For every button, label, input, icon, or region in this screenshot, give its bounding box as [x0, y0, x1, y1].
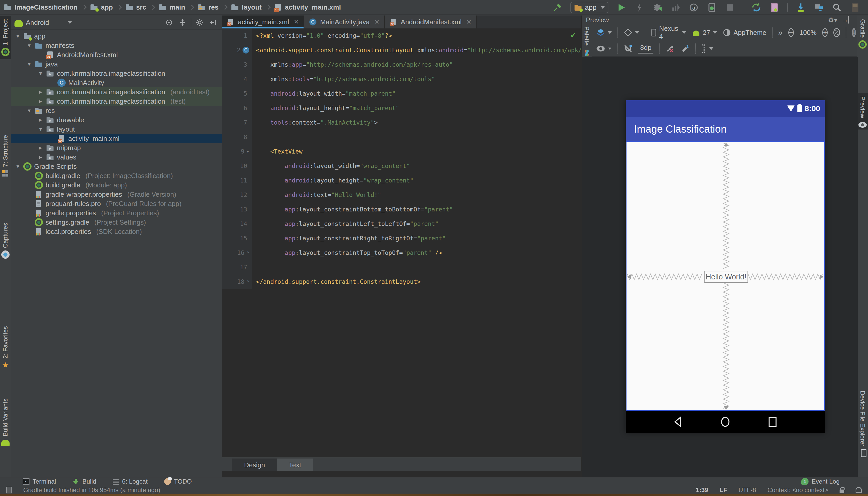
hide-panel-icon[interactable]: →▏ — [842, 16, 853, 24]
avd-manager-icon[interactable] — [769, 2, 780, 13]
stripe-tab-build-variants[interactable]: Build Variants — [0, 396, 11, 449]
tree-row[interactable]: gradle-wrapper.properties(Gradle Version… — [11, 190, 222, 199]
editor-gutter[interactable]: 16⌃ — [222, 246, 253, 260]
tree-row[interactable]: ▾com.knrmalhotra.imageclassification — [11, 69, 222, 78]
collapse-all-icon[interactable] — [177, 17, 188, 28]
zoom-out-button[interactable]: − — [788, 28, 794, 37]
stop-button[interactable] — [725, 2, 735, 13]
toolwindow-button-todo[interactable]: TODO — [164, 478, 192, 485]
editor-gutter[interactable]: 5 — [222, 86, 253, 101]
context-class-badge[interactable]: C — [243, 47, 249, 53]
hello-world-textview[interactable]: Hello World! — [704, 271, 748, 283]
project-view-selector[interactable]: Android — [26, 19, 49, 27]
sdk-manager-icon[interactable] — [796, 2, 806, 13]
editor-gutter[interactable]: 14 — [222, 217, 253, 231]
infer-constraints-icon[interactable] — [680, 44, 689, 53]
stripe-tab-preview[interactable]: Preview — [857, 93, 868, 129]
tree-row[interactable]: CMainActivity — [11, 78, 222, 87]
tree-row[interactable]: ▾res — [11, 106, 222, 115]
breadcrumb-item[interactable]: res — [198, 3, 218, 11]
editor-gutter[interactable]: 11 — [222, 173, 253, 188]
recents-icon[interactable] — [767, 416, 778, 428]
tree-expand-icon[interactable]: ▸ — [38, 98, 43, 105]
readonly-lock-icon[interactable] — [840, 490, 844, 493]
api-level-select[interactable]: 27 — [692, 29, 717, 37]
breadcrumb-item[interactable]: ImageClassification — [4, 3, 78, 11]
theme-select[interactable]: AppTheme — [723, 28, 766, 37]
line-separator[interactable]: LF — [719, 486, 727, 494]
tree-row[interactable]: ▸com.knrmalhotra.imageclassification(and… — [11, 87, 222, 97]
back-icon[interactable] — [672, 416, 684, 428]
breadcrumb-item[interactable]: src — [125, 3, 146, 11]
overflow-chevron[interactable]: » — [778, 28, 783, 37]
tree-row[interactable]: ▸drawable — [11, 115, 222, 125]
tree-expand-icon[interactable]: ▾ — [26, 42, 32, 49]
close-icon[interactable]: ✕ — [466, 18, 471, 26]
autoconnect-toggle-icon[interactable] — [624, 44, 633, 53]
editor-gutter[interactable]: 3 — [222, 57, 253, 72]
toolwindow-button-terminal[interactable]: >_Terminal — [23, 478, 56, 485]
build-hammer-icon[interactable] — [552, 2, 563, 13]
breadcrumb-item[interactable]: layout — [231, 3, 262, 11]
toolwindow-button-6-logcat[interactable]: 6: Logcat — [113, 478, 148, 485]
tree-row[interactable]: ▾Gradle Scripts — [11, 162, 222, 171]
caret-position[interactable]: 1:39 — [696, 486, 708, 494]
tree-row[interactable]: <>activity_main.xml — [11, 134, 222, 143]
device-select[interactable]: Nexus 4 — [651, 25, 686, 41]
phone-content-root[interactable]: Hello World! — [626, 141, 825, 411]
breadcrumb-item[interactable]: <>activity_main.xml — [274, 3, 341, 11]
editor-gutter[interactable]: 6 — [222, 101, 253, 115]
gear-icon[interactable]: ⚙▾ — [828, 16, 837, 24]
sync-project-icon[interactable] — [751, 2, 761, 13]
orientation-select[interactable] — [624, 28, 639, 37]
editor-gutter[interactable]: 13 — [222, 202, 253, 217]
tree-row[interactable]: local.properties(SDK Location) — [11, 227, 222, 236]
tree-expand-icon[interactable]: ▾ — [15, 163, 21, 170]
default-margin-select[interactable]: 8dp — [638, 44, 653, 53]
tree-row[interactable]: build.gradle(Module: app) — [11, 181, 222, 190]
attach-debugger-icon[interactable] — [707, 2, 717, 13]
design-surface[interactable]: 8:00 Image Classification Hello World! — [582, 57, 858, 477]
pack-align-select[interactable] — [701, 44, 713, 53]
close-icon[interactable]: ✕ — [375, 18, 380, 26]
apply-changes-icon[interactable] — [634, 2, 644, 13]
fold-marker-icon[interactable]: ⌃ — [246, 250, 249, 255]
context-indicator[interactable]: Context: <no context> — [767, 486, 828, 494]
tab-design[interactable]: Design — [232, 459, 277, 471]
tree-expand-icon[interactable]: ▸ — [38, 144, 43, 151]
tree-row[interactable]: proguard-rules.pro(ProGuard Rules for ap… — [11, 199, 222, 208]
android-profiler-icon[interactable]: a — [688, 2, 699, 13]
inspection-status-icon[interactable]: ✓ — [570, 31, 577, 40]
tree-row[interactable]: build.gradle(Project: ImageClassificatio… — [11, 171, 222, 181]
tree-expand-icon[interactable]: ▾ — [15, 33, 21, 40]
stripe-tab-captures[interactable]: Captures — [0, 220, 11, 262]
tree-row[interactable]: settings.gradle(Project Settings) — [11, 218, 222, 227]
editor-tab-AndroidManifest.xml[interactable]: <>AndroidManifest.xml✕ — [385, 16, 477, 28]
profile-button[interactable] — [670, 2, 681, 13]
tree-expand-icon[interactable]: ▾ — [26, 107, 32, 114]
theme-editor-icon[interactable] — [583, 50, 590, 57]
tree-row[interactable]: ▾layout — [11, 125, 222, 134]
editor-gutter[interactable]: 9▾ — [222, 144, 253, 159]
locate-file-icon[interactable] — [164, 17, 174, 28]
editor-gutter[interactable]: 2C — [222, 43, 253, 57]
stripe-tab-2-favorites[interactable]: 2: Favorites★ — [0, 323, 11, 372]
hide-panel-icon[interactable] — [208, 17, 218, 28]
view-options-select[interactable] — [596, 45, 612, 52]
tree-expand-icon[interactable]: ▸ — [38, 154, 43, 160]
tab-text[interactable]: Text — [277, 459, 313, 471]
code-editor[interactable]: 1 <?xml version="1.0" encoding="utf-8"?>… — [222, 28, 581, 308]
file-encoding[interactable]: UTF-8 — [738, 486, 756, 494]
debug-button[interactable] — [652, 2, 663, 13]
tree-row[interactable]: gradle.properties(Project Properties) — [11, 208, 222, 218]
stripe-tab-7-structure[interactable]: 7: Structure — [0, 132, 11, 181]
run-button[interactable] — [616, 2, 626, 13]
tree-row[interactable]: ▾java — [11, 60, 222, 69]
stripe-tab-1-project[interactable]: 1: Project — [0, 16, 11, 59]
search-everywhere-icon[interactable] — [832, 2, 842, 13]
clear-constraints-icon[interactable] — [665, 44, 674, 53]
breadcrumb-item[interactable]: main — [158, 3, 185, 11]
tree-expand-icon[interactable]: ▾ — [38, 70, 43, 77]
tree-row[interactable]: <>AndroidManifest.xml — [11, 50, 222, 60]
tree-expand-icon[interactable]: ▸ — [38, 117, 43, 123]
